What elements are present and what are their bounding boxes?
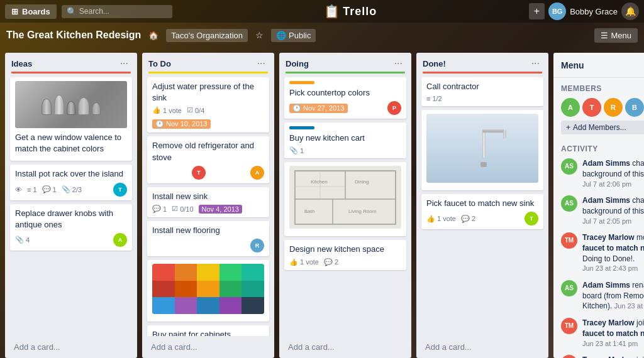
menu-label: Menu bbox=[611, 31, 631, 40]
svg-text:Bath: Bath bbox=[304, 209, 314, 214]
card-c9[interactable]: Buy paint for cabinets 📎 1 bbox=[147, 325, 269, 336]
org-button[interactable]: Taco's Organization bbox=[166, 29, 248, 42]
card-c3[interactable]: Replace drawer knobs with antique ones 📎… bbox=[10, 204, 132, 251]
svg-rect-2 bbox=[345, 171, 396, 199]
trello-icon: 📋 bbox=[324, 4, 340, 19]
activity-avatar-1: AS bbox=[561, 195, 577, 212]
add-card-doing[interactable]: Add a card... bbox=[284, 340, 406, 354]
c16-vote-badge: 👍 1 vote bbox=[426, 215, 456, 223]
activity-text-1: Adam Simms changed the background of thi… bbox=[582, 195, 644, 226]
activity-text-4: Tracey Marlow joined Pick faucet to matc… bbox=[582, 318, 644, 349]
card-c12[interactable]: Kitchen Dining Bath Living Room bbox=[284, 162, 406, 236]
c16-comment-badge: 💬 2 bbox=[461, 215, 475, 223]
activity-user-1: Adam Simms bbox=[582, 196, 630, 205]
c2-desc-badge: ≡ 1 bbox=[27, 186, 37, 193]
svg-text:Dining: Dining bbox=[355, 179, 369, 185]
member-avatar-2[interactable]: R bbox=[604, 98, 623, 117]
list-todo: To Do ··· Adjust water pressure of the s… bbox=[142, 53, 274, 358]
card-c10-meta: 🕐 Nov 27, 2013 P bbox=[289, 101, 401, 115]
c13-comment-badge: 💬 2 bbox=[324, 258, 338, 266]
member-avatar-0[interactable]: A bbox=[561, 98, 580, 117]
visibility-button[interactable]: 🌐 Public bbox=[271, 29, 316, 42]
add-card-ideas[interactable]: Add a card... bbox=[10, 340, 132, 354]
user-menu[interactable]: BG Bobby Grace bbox=[548, 3, 618, 20]
card-c13-meta: 👍 1 vote 💬 2 bbox=[289, 258, 401, 266]
card-c14-meta: ≡ 1/2 bbox=[426, 95, 538, 102]
topbar: ⊞ Boards 🔍 📋 Trello + BG Bobby Grace 🔔 bbox=[0, 0, 644, 23]
card-c7[interactable]: Install new flooring R bbox=[147, 221, 269, 256]
list-doing-cards: Pick countertop colors 🕐 Nov 27, 2013 P … bbox=[279, 77, 411, 336]
card-c14[interactable]: Call contractor ≡ 1/2 bbox=[421, 77, 543, 106]
card-c6[interactable]: Install new sink 💬 1 ☑ 0/10 Nov 4, 2013 bbox=[147, 187, 269, 217]
card-c10[interactable]: Pick countertop colors 🕐 Nov 27, 2013 P bbox=[284, 77, 406, 119]
add-card-todo[interactable]: Add a card... bbox=[147, 340, 269, 354]
card-c5-title: Remove old refrigerator and stove bbox=[152, 140, 264, 163]
card-c4-meta: 👍 1 vote ☑ 0/4 🕐 Nov 10, 2013 bbox=[152, 106, 264, 129]
card-c5-meta: T A bbox=[152, 166, 264, 180]
activity-user-5: Tracey Marlow bbox=[582, 355, 635, 358]
activity-avatar-2: TM bbox=[561, 232, 577, 249]
card-c16[interactable]: Pick faucet to match new sink 👍 1 vote 💬… bbox=[421, 194, 543, 229]
list-done-color-bar bbox=[423, 72, 542, 73]
menu-button[interactable]: ☰ Menu bbox=[594, 28, 638, 43]
list-todo-color-bar bbox=[148, 72, 268, 73]
members-row: A T R B G W bbox=[561, 98, 644, 117]
activity-title: Activity bbox=[561, 144, 644, 153]
card-c3-avatar: A bbox=[113, 233, 127, 247]
card-c5[interactable]: Remove old refrigerator and stove T A bbox=[147, 136, 269, 183]
add-button[interactable]: + bbox=[529, 3, 545, 19]
search-bar[interactable]: 🔍 bbox=[62, 5, 172, 18]
lock-icon: 🌐 bbox=[276, 31, 286, 40]
right-panel: Menu ✕ Members A T R B G W + Add Members… bbox=[553, 53, 644, 358]
add-card-done[interactable]: Add a card... bbox=[421, 340, 543, 354]
star-icon[interactable]: ☆ bbox=[255, 30, 264, 40]
activity-item-1: AS Adam Simms changed the background of … bbox=[561, 195, 644, 226]
list-ideas-menu[interactable]: ··· bbox=[118, 58, 131, 69]
add-members-button[interactable]: + Add Members... bbox=[561, 121, 644, 134]
list-done-title: Done! bbox=[423, 59, 446, 68]
card-c2-meta: 👁 ≡ 1 💬 1 📎 2/3 T bbox=[15, 183, 127, 197]
c6-check-badge: ☑ 0/10 bbox=[172, 205, 193, 213]
card-c13[interactable]: Design new kitchen space 👍 1 vote 💬 2 bbox=[284, 240, 406, 269]
boards-button[interactable]: ⊞ Boards bbox=[5, 4, 57, 19]
list-ideas: Ideas ··· Get a new window valence to ma… bbox=[5, 53, 137, 358]
c2-comment-badge: 💬 1 bbox=[42, 185, 57, 193]
svg-text:Kitchen: Kitchen bbox=[311, 179, 328, 185]
c3-attach-badge: 📎 4 bbox=[15, 236, 30, 244]
card-c6-title: Install new sink bbox=[152, 191, 264, 202]
card-c2[interactable]: Install pot rack over the island 👁 ≡ 1 💬… bbox=[10, 165, 132, 200]
c11-label bbox=[289, 126, 314, 129]
card-c15[interactable] bbox=[421, 110, 543, 190]
c13-vote-badge: 👍 1 vote bbox=[289, 258, 319, 266]
member-avatar-3[interactable]: B bbox=[625, 98, 644, 117]
notifications-button[interactable]: 🔔 bbox=[621, 3, 639, 20]
c4-vote-badge: 👍 1 vote bbox=[152, 106, 182, 114]
card-c14-title: Call contractor bbox=[426, 81, 538, 92]
activity-text-2: Tracey Marlow moved Pick faucet to match… bbox=[582, 232, 644, 274]
card-c11[interactable]: Buy new kitchen cart 📎 1 bbox=[284, 122, 406, 158]
activity-user-3: Adam Simms bbox=[582, 281, 630, 290]
user-name: Bobby Grace bbox=[570, 7, 618, 16]
faucet-shape bbox=[473, 126, 492, 170]
card-c4[interactable]: Adjust water pressure of the sink 👍 1 vo… bbox=[147, 77, 269, 133]
list-todo-menu[interactable]: ··· bbox=[255, 58, 268, 69]
list-ideas-cards: Get a new window valence to match the ca… bbox=[5, 77, 137, 336]
list-doing-menu[interactable]: ··· bbox=[392, 58, 405, 69]
card-c11-meta: 📎 1 bbox=[289, 146, 401, 155]
svg-text:Living Room: Living Room bbox=[348, 209, 377, 214]
card-c8[interactable] bbox=[147, 260, 269, 322]
c6-comment-badge: 💬 1 bbox=[152, 205, 167, 213]
list-done-menu[interactable]: ··· bbox=[529, 58, 542, 69]
members-section: Members A T R B G W + Add Members... bbox=[553, 78, 644, 141]
panel-header: Menu ✕ bbox=[553, 53, 644, 78]
board-title: The Great Kitchen Redesign bbox=[6, 30, 141, 41]
c10-label bbox=[289, 81, 314, 84]
main-area: Ideas ··· Get a new window valence to ma… bbox=[0, 48, 644, 358]
card-c1-image bbox=[15, 81, 127, 128]
c11-attach-badge: 📎 1 bbox=[289, 146, 304, 155]
card-c1[interactable]: Get a new window valence to match the ca… bbox=[10, 77, 132, 161]
card-c3-title: Replace drawer knobs with antique ones bbox=[15, 208, 127, 231]
list-todo-cards: Adjust water pressure of the sink 👍 1 vo… bbox=[142, 77, 274, 336]
search-input[interactable] bbox=[79, 7, 167, 16]
member-avatar-1[interactable]: T bbox=[582, 98, 601, 117]
